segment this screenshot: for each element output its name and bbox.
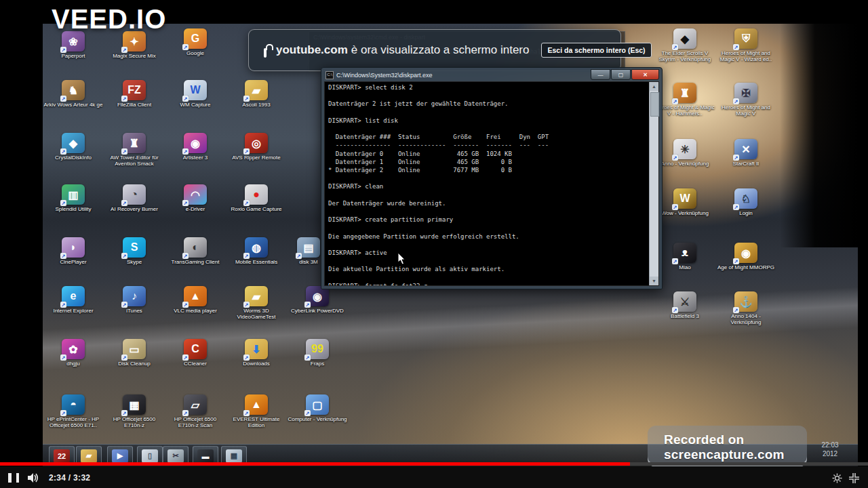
app-icon: ✕ xyxy=(734,139,757,159)
desktop-icon-hp-eprintcenter[interactable]: ◓ HP ePrintCenter - HP Officejet 6500 E7… xyxy=(43,394,104,428)
icon-label: FileZilla Client xyxy=(104,102,165,108)
app-icon: ⬇ xyxy=(245,339,268,359)
desktop-icon-homm5-wizard[interactable]: ⛨ Heroes of Might and Magic V - Wizard e… xyxy=(715,28,776,62)
desktop-icon-magix-secure-mix[interactable]: ✦ Magix Secure Mix xyxy=(104,31,165,59)
desktop-icon-battlefield-3[interactable]: ⚔ Battlefield 3 xyxy=(654,291,715,319)
maximize-button[interactable]: ▢ xyxy=(611,69,631,80)
desktop-icon-disk-cleanup[interactable]: ▭ Disk Cleanup xyxy=(104,339,165,367)
icon-label: Paperport xyxy=(43,53,104,59)
desktop-icon-transgaming-client[interactable]: ◐ TransGaming Client xyxy=(165,237,226,265)
lock-icon xyxy=(264,48,267,58)
desktop-icon-anno-shortcut[interactable]: ✳ Anno - Verknüpfung xyxy=(654,139,715,167)
icon-label: Anno - Verknüpfung xyxy=(654,161,715,167)
diskpart-window[interactable]: C:\ C:\Windows\System32\diskpart.exe — ▢… xyxy=(321,67,663,289)
desktop-icon-hp-officejet[interactable]: ▦ HP Officejet 6500 E710n-z xyxy=(104,394,165,428)
desktop-icon-homm5-hammers[interactable]: ♜ Heroes of Might & Magic V - Hammers.. xyxy=(654,83,715,117)
desktop-icon-ai-recovery-burner[interactable]: ◔ AI Recovery Burner xyxy=(104,184,165,212)
desktop-icon-downloads-folder[interactable]: ⬇ Downloads xyxy=(226,339,287,367)
app-icon: ◉ xyxy=(734,243,757,263)
desktop-icon-tower-editor[interactable]: ♜ AW Tower-Editor für Avention Smack xyxy=(104,133,165,167)
desktop-icon-anno-1404[interactable]: ⚓ Anno 1404 - Verknüpfung xyxy=(715,291,776,325)
app-icon: 99 xyxy=(306,339,329,359)
pause-button[interactable] xyxy=(8,473,19,483)
icon-label: Worms 3D VideoGameTest xyxy=(226,308,287,320)
app-icon: ✿ xyxy=(62,339,85,359)
mouse-cursor xyxy=(397,252,406,266)
exit-fullscreen-icon[interactable] xyxy=(848,472,860,484)
progress-bar[interactable] xyxy=(0,462,868,466)
taskbar-clock[interactable]: 22:03 2012 xyxy=(804,441,856,464)
icon-label: VLC media player xyxy=(165,308,226,314)
desktop-icon-google[interactable]: G Google xyxy=(165,28,226,56)
icon-label: Miao xyxy=(654,264,715,270)
desktop-icon-computer-shortcut[interactable]: ▢ Computer - Verknüpfung xyxy=(287,394,348,422)
desktop-icon-arkiv-wows[interactable]: ♞ Arkiv Wows Arteur 4k ge xyxy=(43,80,104,108)
app-icon: ♜ xyxy=(123,133,146,153)
desktop-icon-wow-shortcut[interactable]: W Wow - Verknüpfung xyxy=(654,188,715,216)
desktop-icon-folder-worms[interactable]: ▰ Worms 3D VideoGameTest xyxy=(226,286,287,320)
app-icon: ▤ xyxy=(297,237,320,258)
fullscreen-toast: youtube.comè ora visualizzato a schermo … xyxy=(248,29,621,71)
desktop-icon-cyberlink-powerdvd[interactable]: ◉ CyberLink PowerDVD xyxy=(287,286,348,314)
desktop-icon-filezilla[interactable]: FZ FileZilla Client xyxy=(104,80,165,108)
desktop-icon-roxio-game-capture[interactable]: ● Roxio Game Capture xyxy=(226,184,287,212)
volume-icon[interactable] xyxy=(27,472,41,483)
app-icon: S xyxy=(123,237,146,258)
close-button[interactable]: ✕ xyxy=(631,69,659,80)
desktop-icon-ccleaner[interactable]: C CCleaner xyxy=(165,339,226,367)
desktop-icon-dhgju[interactable]: ✿ dhgju xyxy=(43,339,104,367)
scroll-thumb[interactable] xyxy=(650,92,659,117)
desktop-icon-wm-capture[interactable]: W WM Capture xyxy=(165,80,226,108)
desktop-icon-e-driver[interactable]: ◠ e-Driver xyxy=(165,184,226,212)
app-icon: ⛨ xyxy=(734,28,757,49)
app-icon: ▱ xyxy=(184,394,207,415)
icon-label: e-Driver xyxy=(165,206,226,212)
desktop-icon-internet-explorer[interactable]: e Internet Explorer xyxy=(43,286,104,314)
desktop-icon-login[interactable]: ♘ Login xyxy=(715,188,776,216)
minimize-button[interactable]: — xyxy=(591,69,610,80)
desktop-icon-skyrim[interactable]: ◆ The Elder Scrolls V Skyrim - Verknüpfu… xyxy=(654,28,715,62)
desktop-icon-everest-ultimate[interactable]: ▲ EVEREST Ultimate Edition xyxy=(226,394,287,428)
desktop-icon-homm5[interactable]: ✠ Heroes of Might and Magic V xyxy=(715,83,776,117)
desktop-icon-cineplayer[interactable]: ◗ CinePlayer xyxy=(43,237,104,265)
settings-gear-icon[interactable] xyxy=(831,472,843,484)
desktop-icon-fraps[interactable]: 99 Fraps xyxy=(287,339,348,367)
icon-label: CinePlayer xyxy=(43,259,104,265)
app-icon: ▰ xyxy=(245,286,268,306)
desktop-icon-vlc[interactable]: ▲ VLC media player xyxy=(165,286,226,314)
desktop-icon-itunes[interactable]: ♪ iTunes xyxy=(104,286,165,314)
app-icon: ◗ xyxy=(62,237,85,258)
icon-label: Google xyxy=(165,50,226,56)
exit-fullscreen-button[interactable]: Esci da schermo intero (Esc) xyxy=(541,43,651,58)
app-icon: ᴥ xyxy=(673,243,696,263)
desktop-icon-cat-icon-app[interactable]: ᴥ Miao xyxy=(654,243,715,270)
icon-label: TransGaming Client xyxy=(165,259,226,265)
desktop-icon-age-of-might[interactable]: ◉ Age of Might MMORPG xyxy=(715,243,776,270)
app-icon: ⚔ xyxy=(673,291,696,312)
youtube-fullscreen-player: ❀ Paperport ✦ Magix Secure Mix G Google … xyxy=(0,0,868,488)
icon-label: HP Officejet 6500 E710n-z xyxy=(104,416,165,428)
scroll-down-arrow[interactable]: ▼ xyxy=(650,277,658,285)
toast-text: è ora visualizzato a schermo intero xyxy=(351,43,530,56)
icon-label: The Elder Scrolls V Skyrim - Verknüpfung xyxy=(654,50,715,62)
desktop-icon-paperport[interactable]: ❀ Paperport xyxy=(43,31,104,59)
desktop-icon-artisteer-3[interactable]: ◉ Artisteer 3 xyxy=(165,133,226,161)
app-icon: FZ xyxy=(123,80,146,100)
app-icon: W xyxy=(184,80,207,100)
icon-label: HP ePrintCenter - HP Officejet 6500 E71.… xyxy=(43,416,104,428)
desktop-icon-folder-ascoli-1993[interactable]: ▰ Ascoli 1993 xyxy=(226,80,287,108)
desktop-icon-crystaldiskinfo[interactable]: ◆ CrystalDiskInfo xyxy=(43,133,104,161)
icon-label: CrystalDiskInfo xyxy=(43,155,104,161)
icon-label: Splendid Utility xyxy=(43,206,104,212)
desktop-icon-avs-ripper-remote[interactable]: ◎ AVS Ripper Remote xyxy=(226,133,287,161)
taskbar-app-icon: ▯ xyxy=(142,449,158,463)
app-icon: ▦ xyxy=(123,394,146,415)
app-icon: ▰ xyxy=(245,80,268,100)
desktop-icon-starcraft-2[interactable]: ✕ StarCraft II xyxy=(715,139,776,167)
scroll-up-arrow[interactable]: ▲ xyxy=(650,82,658,91)
toast-site: youtube.com xyxy=(276,43,348,56)
scrollbar[interactable]: ▲ ▼ xyxy=(649,82,658,285)
desktop-icon-hp-officejet-scan[interactable]: ▱ HP Officejet 6500 E710n-z Scan xyxy=(165,394,226,428)
desktop-icon-skype[interactable]: S Skype xyxy=(104,237,165,265)
desktop-icon-splendid-utility[interactable]: ▥ Splendid Utility xyxy=(43,184,104,212)
